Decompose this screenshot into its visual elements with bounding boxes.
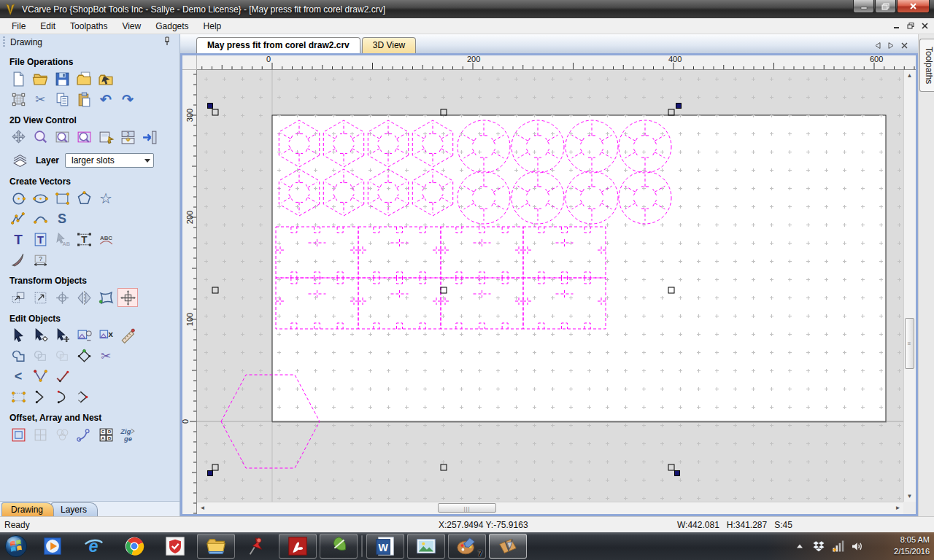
panel-grip[interactable]: [3, 36, 5, 48]
delete-object-icon[interactable]: x: [96, 326, 116, 345]
draw-polygon-icon[interactable]: [74, 189, 94, 208]
panel-tab-drawing[interactable]: Drawing: [1, 502, 54, 516]
rotation-handle[interactable]: [208, 471, 213, 476]
true-shape-nesting-icon[interactable]: Zigge: [117, 425, 138, 444]
rotation-handle[interactable]: [676, 104, 682, 109]
photo-viewer-taskbar-icon[interactable]: [407, 534, 445, 559]
move-object-icon[interactable]: [8, 288, 28, 307]
tile-view-icon[interactable]: 3: [117, 128, 138, 147]
menu-toolpaths[interactable]: Toolpaths: [63, 19, 115, 34]
menu-help[interactable]: Help: [196, 19, 229, 34]
align-object-icon[interactable]: [117, 288, 138, 307]
copy-icon[interactable]: [52, 90, 72, 109]
cut-icon[interactable]: ✂: [30, 90, 50, 109]
offset-vectors-icon[interactable]: [8, 425, 28, 444]
security-app-taskbar-icon[interactable]: [156, 534, 194, 559]
paint-taskbar-icon[interactable]: 7: [448, 534, 486, 559]
child-close-button[interactable]: [922, 22, 928, 31]
undo-icon[interactable]: ↶: [96, 90, 116, 109]
child-restore-button[interactable]: [907, 22, 914, 31]
import-vectors-icon[interactable]: [96, 69, 116, 88]
close-view-button[interactable]: [901, 42, 908, 50]
import-file-icon[interactable]: [74, 69, 94, 88]
pan-view-icon[interactable]: [8, 128, 28, 147]
cut-vectors-icon[interactable]: ✂: [96, 346, 116, 365]
copy-along-vector-icon[interactable]: [74, 425, 94, 444]
internet-explorer-taskbar-icon[interactable]: e: [74, 534, 112, 559]
subtract-vectors-icon[interactable]: [30, 346, 50, 365]
word-taskbar-icon[interactable]: W: [366, 534, 404, 559]
media-player-taskbar-icon[interactable]: [34, 534, 72, 559]
menu-view[interactable]: View: [115, 19, 148, 34]
rotation-handle[interactable]: [208, 104, 213, 109]
mirror-object-icon[interactable]: [74, 288, 94, 307]
horizontal-scroll-thumb[interactable]: |||: [438, 503, 496, 513]
new-file-icon[interactable]: [8, 69, 28, 88]
adobe-reader-taskbar-icon[interactable]: [279, 534, 317, 559]
vertical-scrollbar[interactable]: ▲ ≡ ▼: [903, 70, 916, 502]
node-edit-icon[interactable]: [30, 326, 50, 345]
join-move-icon[interactable]: [74, 387, 94, 406]
pin-icon[interactable]: [162, 36, 172, 47]
array-copy-icon[interactable]: [30, 425, 50, 444]
document-tab[interactable]: May press fit from corel draw2.crv: [196, 37, 360, 53]
open-file-icon[interactable]: [30, 69, 50, 88]
draw-text-icon[interactable]: T: [8, 230, 28, 249]
fit-curve-icon[interactable]: [30, 367, 50, 386]
vector-texture-icon[interactable]: [8, 250, 28, 269]
restore-button[interactable]: [875, 0, 896, 13]
explorer-taskbar-icon[interactable]: [197, 534, 235, 559]
measure-area-icon[interactable]: [74, 326, 94, 345]
close-vector-icon[interactable]: [8, 387, 28, 406]
circular-copy-icon[interactable]: [52, 425, 72, 444]
dropbox-icon[interactable]: [811, 539, 826, 553]
center-object-icon[interactable]: [52, 288, 72, 307]
layer-dropdown[interactable]: larger slots: [65, 153, 154, 168]
switch-3d-icon[interactable]: [139, 128, 160, 147]
intersect-vectors-icon[interactable]: [52, 346, 72, 365]
redo-icon[interactable]: ↷: [117, 90, 138, 109]
drawing-canvas[interactable]: [197, 70, 903, 502]
document-tab[interactable]: 3D View: [362, 37, 416, 53]
scroll-left-arrow[interactable]: ◄: [197, 502, 208, 513]
join-curve-icon[interactable]: [52, 387, 72, 406]
join-line-icon[interactable]: [30, 387, 50, 406]
menu-edit[interactable]: Edit: [33, 19, 63, 34]
chrome-taskbar-icon[interactable]: [115, 534, 153, 559]
nest-blocks-icon[interactable]: CDAB: [96, 425, 116, 444]
dimension-icon[interactable]: ?: [30, 250, 50, 269]
scale-object-icon[interactable]: [30, 288, 50, 307]
zoom-box-icon[interactable]: [52, 128, 72, 147]
draw-rectangle-icon[interactable]: [52, 189, 72, 208]
vcarve-drawing-taskbar-icon[interactable]: [320, 534, 358, 559]
job-setup-icon[interactable]: [8, 90, 28, 109]
paste-icon[interactable]: [74, 90, 94, 109]
close-button[interactable]: [897, 0, 930, 13]
title-bar[interactable]: VCarve Pro {ShopBot Tools Inc - Sallye -…: [0, 0, 934, 18]
taskbar-clock[interactable]: 8:05 AM 2/15/2016: [894, 534, 930, 559]
scroll-right-arrow[interactable]: ►: [892, 502, 903, 513]
drawing-panel-header[interactable]: Drawing: [0, 34, 180, 50]
next-tab-arrow[interactable]: [888, 42, 894, 50]
edit-text-icon[interactable]: AB: [52, 230, 72, 249]
horizontal-scrollbar[interactable]: ◄ ||| ►: [197, 502, 903, 514]
measure-tool-icon[interactable]: [117, 326, 138, 345]
join-vectors-icon[interactable]: [74, 346, 94, 365]
network-icon[interactable]: [830, 539, 845, 553]
start-orb[interactable]: [0, 532, 32, 560]
draw-star-icon[interactable]: ☆: [96, 189, 116, 208]
draw-arc-icon[interactable]: [30, 209, 50, 228]
weld-vectors-icon[interactable]: [8, 346, 28, 365]
vcarve-pro-taskbar-icon[interactable]: [489, 534, 527, 559]
draw-ellipse-icon[interactable]: [30, 189, 50, 208]
fillet-tool-icon[interactable]: <: [8, 367, 28, 386]
save-file-icon[interactable]: [52, 69, 72, 88]
tray-chevron-icon[interactable]: [792, 539, 807, 553]
volume-icon[interactable]: [849, 539, 864, 553]
panel-tab-layers[interactable]: Layers: [51, 502, 98, 516]
child-minimize-button[interactable]: [893, 22, 900, 31]
fit-line-icon[interactable]: [52, 367, 72, 386]
scroll-down-arrow[interactable]: ▼: [904, 491, 915, 502]
move-points-icon[interactable]: [52, 326, 72, 345]
zoom-tool-icon[interactable]: [30, 128, 50, 147]
